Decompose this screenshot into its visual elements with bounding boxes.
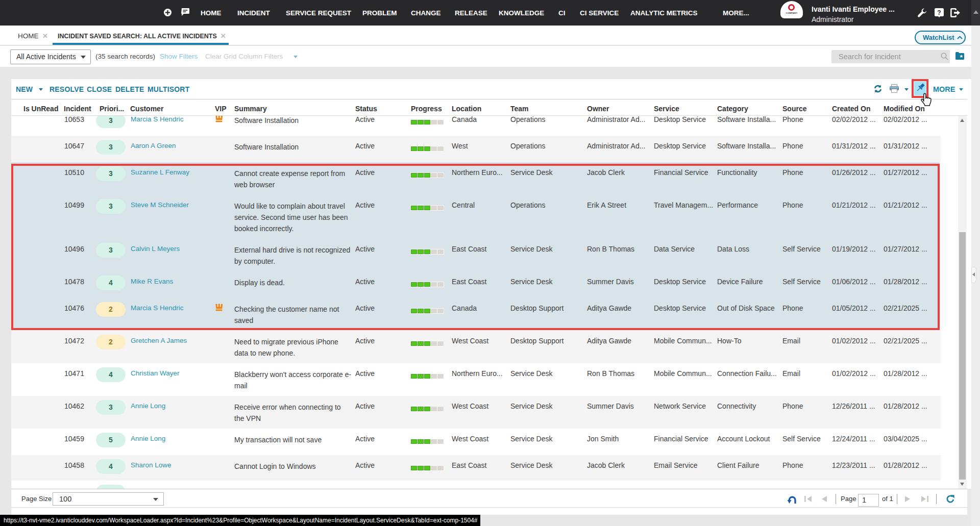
svg-text:?: ? — [937, 9, 941, 16]
